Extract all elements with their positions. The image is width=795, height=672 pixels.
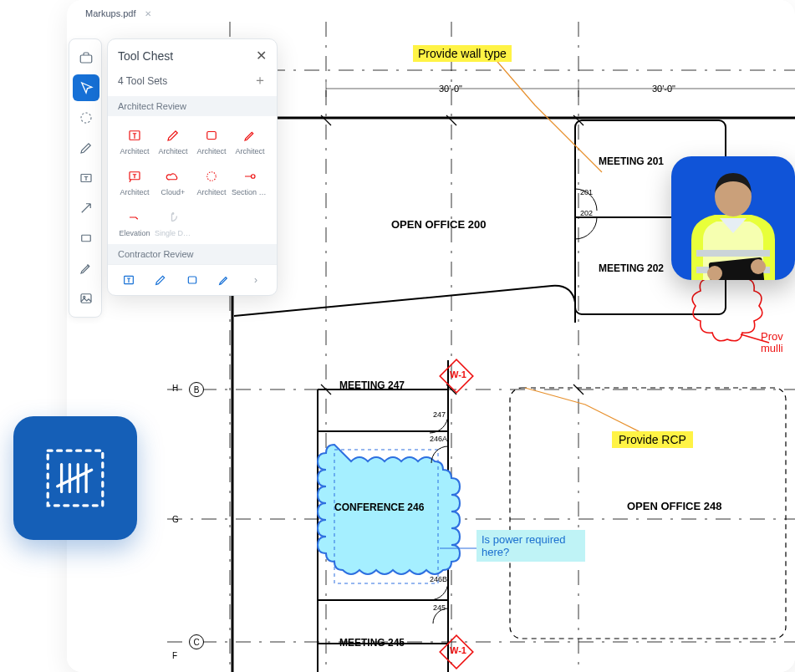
avatar (671, 156, 795, 280)
toolset-section-label[interactable]: Architect Review (108, 96, 277, 116)
dimension-label: 30'-0" (439, 84, 462, 94)
close-icon[interactable]: ✕ (256, 48, 267, 64)
tool-chest-subtitle: 4 Tool Sets (118, 75, 167, 87)
svg-rect-33 (207, 132, 217, 140)
tool-architect-calloutbox[interactable]: Architect (116, 165, 153, 201)
lasso-icon[interactable] (69, 103, 103, 133)
tool-architect-highlighter[interactable]: Architect (232, 125, 268, 160)
door-tag: 247 (433, 410, 446, 419)
svg-rect-29 (82, 235, 91, 242)
briefcase-icon[interactable] (69, 43, 103, 73)
svg-rect-30 (81, 294, 91, 303)
svg-point-35 (207, 172, 217, 181)
room-label: MEETING 201 (599, 155, 664, 167)
door-tag: 201 (580, 188, 593, 196)
door-tag: 202 (580, 209, 593, 217)
cursor-icon[interactable] (73, 74, 99, 101)
tool-architect-rect[interactable]: Architect (193, 125, 230, 160)
svg-rect-46 (696, 250, 770, 257)
tool-chest-bottombar: › (108, 264, 277, 295)
arrow-icon[interactable] (69, 193, 103, 223)
door-tag: 246B (430, 575, 447, 583)
counting-tile[interactable] (13, 416, 137, 540)
rectangle-icon[interactable] (184, 272, 201, 288)
door-tag: 245 (433, 603, 446, 612)
tool-architect-textbox[interactable]: Architect (116, 125, 153, 160)
room-label: OPEN OFFICE 200 (391, 218, 486, 231)
tool-chest-panel: Tool Chest ✕ 4 Tool Sets ＋ Architect Rev… (107, 38, 278, 296)
tool-cloud-plus[interactable]: Cloud+ (155, 165, 191, 201)
tool-elevation[interactable]: Elevation (116, 206, 153, 242)
svg-rect-39 (188, 277, 196, 283)
tool-section-detail[interactable]: Section D… (232, 165, 268, 201)
chevron-right-icon[interactable]: › (247, 272, 264, 288)
gridline-label: H (172, 384, 178, 393)
tool-architect-revcloud[interactable]: Architect (193, 165, 230, 201)
room-label: MEETING 247 (339, 379, 405, 391)
tool-chest-title: Tool Chest (118, 49, 173, 63)
highlighter-icon[interactable] (69, 253, 103, 283)
svg-point-51 (751, 259, 766, 274)
textbox-icon[interactable] (69, 163, 103, 193)
tally-grid-icon (41, 444, 110, 512)
callout-wall-type[interactable]: Provide wall type (413, 45, 512, 62)
toolset-grid: Architect Architect Architect Architect … (108, 116, 277, 244)
callout-mullion[interactable]: Provmulli (761, 331, 783, 355)
tool-architect-pen[interactable]: Architect (155, 125, 191, 160)
section-tag: W-1 (450, 645, 466, 655)
gridline-bubble: B (189, 382, 204, 397)
rectangle-icon[interactable] (69, 223, 103, 253)
callout-power-note[interactable]: Is power required here? (476, 530, 585, 562)
room-label: MEETING 202 (599, 262, 664, 274)
svg-point-37 (172, 213, 174, 215)
room-label: CONFERENCE 246 (334, 501, 424, 513)
room-label: MEETING 245 (339, 637, 405, 649)
svg-point-36 (252, 175, 256, 179)
pen-icon[interactable] (69, 133, 103, 163)
document-tab[interactable]: Markups.pdf ✕ (82, 5, 158, 23)
person-avatar-icon (671, 160, 795, 280)
textbox-icon[interactable] (120, 272, 137, 288)
dimension-label: 30'-0" (652, 84, 675, 94)
tab-filename: Markups.pdf (85, 8, 136, 18)
add-icon[interactable]: ＋ (253, 72, 267, 89)
section-tag: W-1 (450, 369, 466, 379)
svg-point-27 (81, 113, 91, 123)
vertical-toolbar (69, 38, 102, 318)
tab-bar: Markups.pdf ✕ (82, 5, 158, 23)
tool-single-door[interactable]: Single Do… (155, 206, 191, 242)
toolset-section-label[interactable]: Contractor Review (108, 244, 277, 264)
svg-rect-17 (510, 388, 786, 639)
image-icon[interactable] (69, 283, 103, 313)
close-icon[interactable]: ✕ (145, 9, 151, 18)
gridline-bubble: C (189, 634, 204, 649)
highlighter-icon[interactable] (216, 272, 232, 288)
callout-rcp[interactable]: Provide RCP (612, 431, 693, 448)
tool-chest-header: Tool Chest ✕ (108, 39, 277, 72)
door-tag: 246A (430, 435, 447, 443)
svg-rect-26 (80, 55, 92, 63)
pen-icon[interactable] (152, 272, 169, 288)
room-label: OPEN OFFICE 248 (627, 500, 721, 512)
gridline-label: G (172, 515, 179, 524)
gridline-label: F (172, 651, 177, 660)
